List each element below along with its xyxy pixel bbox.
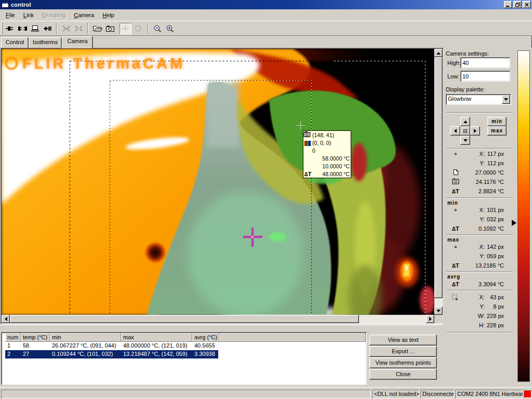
pan-center-button[interactable]: ⊟ — [460, 126, 470, 136]
flir-logo-mark — [5, 57, 18, 70]
column-header-num[interactable]: num — [5, 333, 21, 342]
separator — [446, 290, 513, 291]
max-x-value: 142 px — [463, 244, 504, 250]
max-y-value: 059 px — [463, 253, 504, 259]
window-title: control — [11, 2, 31, 8]
minimize-button[interactable] — [504, 1, 512, 8]
column-header-avrg[interactable]: avrg (°C) — [192, 333, 219, 342]
palette-dropdown-arrow[interactable] — [502, 95, 510, 104]
tab-isotherms[interactable]: Isotherms — [29, 37, 62, 48]
min-button[interactable]: min — [487, 117, 507, 126]
area-y-value: 8 px — [463, 303, 504, 310]
column-header-temp[interactable]: temp (°C) — [21, 333, 50, 342]
isotherm-row-2-selected[interactable]: 2 27 0.109244 °C, (101, 032) 13.218487 °… — [2, 350, 366, 358]
max-plus-icon: + — [451, 244, 460, 250]
vertical-scroll-thumb[interactable] — [434, 57, 443, 298]
palette-dropdown[interactable]: Glowbow — [446, 94, 511, 105]
pan-left-button[interactable] — [450, 126, 460, 136]
high-input[interactable] — [460, 57, 510, 68]
column-header-max[interactable]: max — [121, 333, 192, 342]
pan-up-button[interactable] — [460, 117, 470, 126]
cell-temp: 58 — [21, 342, 31, 349]
scroll-right-button[interactable] — [426, 315, 434, 323]
palette-gradient-bar[interactable] — [517, 50, 530, 382]
scrollbar-corner — [434, 315, 443, 323]
scroll-left-button[interactable] — [2, 315, 10, 323]
area-h-value: 228 px — [463, 322, 504, 328]
cell-avrg: 3.30938 — [192, 350, 217, 357]
application-window: control File Link Grouping Camera Help — [0, 0, 532, 399]
spot-cam-temp: 24.1176 °C — [463, 179, 504, 185]
min-x-value: 101 px — [463, 207, 504, 213]
view-isotherms-points-button[interactable]: View isotherms points — [369, 357, 437, 368]
close-panel-button[interactable]: Close — [369, 369, 437, 380]
spot-crosshair-icon[interactable] — [119, 23, 131, 34]
tooltip-position: (148, 41) — [312, 131, 334, 139]
cell-avrg: 40.5655 — [192, 342, 217, 349]
laptop-transfer-icon[interactable] — [29, 23, 41, 34]
delta-t-icon: ∆T — [451, 262, 460, 269]
zoom-in-icon[interactable] — [164, 23, 176, 34]
camera-snapshot-icon[interactable] — [104, 23, 116, 34]
area-circle-icon — [132, 23, 144, 34]
camera-settings-title: Camera settings: — [446, 50, 489, 57]
separator — [446, 234, 513, 235]
scroll-up-button[interactable] — [434, 49, 443, 57]
spot-y-value: 112 px — [463, 160, 504, 166]
tooltip-high: 58.0000 °C — [312, 155, 350, 163]
vertical-scrollbar[interactable] — [434, 49, 443, 315]
connect-icon[interactable] — [4, 23, 16, 34]
menu-camera[interactable]: Camera — [70, 10, 98, 20]
tab-control[interactable]: Control — [1, 37, 29, 48]
document-icon — [451, 169, 460, 177]
title-bar[interactable]: control — [0, 0, 532, 9]
separator — [446, 197, 513, 198]
separator — [446, 271, 513, 272]
toolbar — [0, 21, 532, 36]
cell-num: 2 — [5, 350, 12, 357]
close-button[interactable] — [523, 1, 531, 8]
horizontal-scroll-thumb[interactable] — [10, 315, 359, 323]
disconnect-icon[interactable] — [17, 23, 29, 34]
camera-settings-panel: Camera settings: High: Low: Display pale… — [443, 48, 532, 387]
cell-max: 13.218487 °C, (142, 059) — [121, 350, 190, 357]
max-delta-t: 13.2185 °C — [463, 262, 504, 269]
menu-help[interactable]: Help — [99, 10, 118, 20]
max-button[interactable]: max — [487, 126, 507, 136]
min-delta-t: 0.1092 °C — [463, 225, 504, 232]
menu-link[interactable]: Link — [20, 10, 37, 20]
restore-button[interactable] — [513, 1, 522, 8]
view-as-text-button[interactable]: View as text — [369, 335, 437, 345]
open-folder-icon[interactable] — [91, 23, 103, 34]
spot-x-value: 117 px — [463, 151, 504, 157]
menu-file[interactable]: File — [2, 10, 19, 20]
thermal-image-canvas[interactable]: FLIR ThermaCAM +(148, 41) (0, 0, 0) 0 58… — [2, 49, 434, 315]
flir-logo-text: FLIR ThermaCAM — [5, 53, 233, 74]
column-header-min[interactable]: min — [50, 333, 121, 342]
tab-camera[interactable]: Camera — [62, 36, 93, 48]
run-to-device-icon[interactable] — [42, 23, 54, 34]
pan-down-button[interactable] — [460, 136, 470, 145]
status-dll-pane: <DLL not loaded> — [372, 390, 419, 398]
status-red-indicator — [524, 390, 531, 398]
column-header-filler — [219, 333, 366, 342]
toolbar-gripper[interactable] — [1, 23, 3, 34]
avrg-delta-t: 3.3094 °C — [463, 281, 504, 287]
menu-bar: File Link Grouping Camera Help — [0, 9, 532, 21]
horizontal-scrollbar[interactable] — [2, 315, 434, 323]
export-button[interactable]: Export ... — [369, 346, 437, 357]
max-section-title: max — [447, 237, 459, 243]
isotherm-row-1[interactable]: 1 58 26.067227 °C, (091, 044) 48.000000 … — [2, 342, 366, 350]
scroll-down-button[interactable] — [434, 307, 443, 315]
palette-marker-arrow[interactable] — [512, 220, 516, 226]
app-icon[interactable] — [2, 2, 9, 8]
separator — [446, 332, 513, 333]
status-bar: <DLL not loaded> Disconnected COM2 2400 … — [0, 387, 532, 399]
low-input[interactable] — [460, 71, 510, 82]
cell-num: 1 — [5, 342, 12, 349]
zoom-out-icon[interactable] — [152, 23, 164, 34]
thermal-image-frame: FLIR ThermaCAM +(148, 41) (0, 0, 0) 0 58… — [1, 48, 444, 324]
pan-right-button[interactable] — [470, 126, 480, 136]
isotherm-list[interactable]: num temp (°C) min max avrg (°C) 1 58 26.… — [1, 332, 367, 385]
status-main-pane — [1, 390, 371, 398]
